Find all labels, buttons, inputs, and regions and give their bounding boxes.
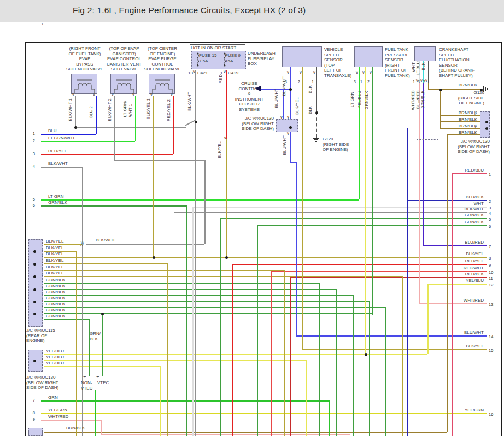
vtec-bracket-icon: ⌣ bbox=[96, 372, 100, 380]
pin-number: 1 bbox=[413, 80, 415, 84]
grn-blk-label: GRN/BLK bbox=[90, 331, 106, 341]
connector-entry-icon: › bbox=[42, 254, 43, 258]
cruise-control-label-line: SYSTEMS bbox=[226, 107, 272, 113]
uc115-row-label: GRN/BLK bbox=[46, 302, 65, 307]
vss-label-line: (TOP bbox=[324, 63, 358, 68]
jc-uc130-mid bbox=[276, 119, 298, 132]
wire-color-label: BLU/WHT bbox=[282, 135, 287, 155]
cruise-control-label-line: INSTRUMENT bbox=[226, 97, 272, 102]
left-row-wire-label: LT GRN/WHT bbox=[48, 135, 75, 140]
wire bbox=[271, 271, 272, 436]
uc115-row-label: BLK/YEL bbox=[46, 270, 63, 275]
wire-color-label: GRN/BLK bbox=[364, 91, 369, 109]
fuse9-label: FUSE 915A bbox=[225, 53, 245, 63]
right-row-wire-label: GRN/BLK bbox=[446, 213, 484, 217]
fuel-tank-sensor-label-line: PRESSURE bbox=[385, 52, 419, 58]
evap-purge-valve-label: (TOP CENTEROF ENGINE)EVAP PURGECONTROLSO… bbox=[137, 46, 187, 72]
right-row-number: 1 bbox=[489, 172, 491, 177]
wire bbox=[41, 141, 135, 142]
vss-label-line: TRANSAXLE) bbox=[324, 73, 358, 79]
g120-mid-label-line: (RIGHT SIDE bbox=[323, 142, 361, 148]
non-vtec-label-line: NON- bbox=[81, 380, 96, 386]
junction-dot bbox=[289, 88, 292, 91]
wire bbox=[41, 167, 82, 168]
right-row-wire-label: WHT bbox=[446, 201, 484, 206]
underdash-box-label-line: BOX bbox=[248, 61, 286, 67]
crank-sensor-label: CRANKSHAFTSPEEDFLUCTUATIONSENSOR(BEHIND … bbox=[439, 47, 482, 79]
vss-label-line: SENSOR bbox=[324, 57, 358, 63]
evap-bypass-valve bbox=[71, 74, 97, 94]
non-vtec-label-line: VTEC bbox=[81, 386, 96, 391]
connector-entry-icon: › bbox=[42, 286, 43, 291]
jc-uc115-label-line: (REAR OF bbox=[26, 333, 65, 339]
wire-color-label: BLK bbox=[421, 62, 426, 70]
connector-entry-icon: › bbox=[42, 304, 43, 309]
junction-dot bbox=[33, 301, 36, 303]
wire bbox=[89, 319, 90, 376]
brnblk-wire-label: BRN/BLK bbox=[453, 130, 477, 135]
right-row-number: 9 bbox=[489, 263, 491, 268]
right-row-wire-label: RED/BLK bbox=[446, 272, 484, 276]
right-row-number: 5 bbox=[489, 217, 491, 222]
connector-entry-icon: ‹ bbox=[474, 112, 476, 117]
jc-uc130-lower-label: J/C %%UC130(BELOW RIGHTSIDE OF DASH) bbox=[26, 375, 69, 391]
left-row-number: 6 bbox=[27, 203, 35, 208]
evap-purge-valve-label-line: EVAP PURGE bbox=[137, 56, 187, 62]
right-row-number: 11 bbox=[489, 276, 493, 281]
wire bbox=[423, 245, 487, 246]
crank-sensor-label-line: (BEHIND CRANK- bbox=[439, 68, 482, 73]
junction-dot bbox=[33, 313, 36, 315]
wire-color-label: BLU/WHT bbox=[274, 89, 279, 108]
fuse15-connector: C421 bbox=[197, 70, 208, 75]
left-row-number: 4 bbox=[27, 164, 35, 169]
wire bbox=[195, 70, 196, 436]
wire bbox=[44, 360, 306, 361]
wire-color-label: BLU 2 bbox=[89, 106, 93, 118]
right-row-wire-label: BLK/YEL bbox=[446, 251, 484, 256]
wire-color-label: BLK/YEL 1 bbox=[146, 98, 151, 119]
left-row-wire-label: GRN bbox=[48, 395, 58, 400]
g120-mid-ground-icon bbox=[313, 138, 319, 139]
jc-uc130-mid-label-line: SIDE OF DASH) bbox=[230, 126, 274, 132]
uc115-row-label: GRN/BLK bbox=[46, 290, 65, 294]
cruise-control-label-line: CLUSTER bbox=[226, 102, 272, 107]
crank-sensor-label-line: SPEED bbox=[439, 52, 482, 58]
right-row-wire-label: BLU/RED bbox=[446, 240, 484, 245]
wire bbox=[160, 366, 161, 436]
crank-sensor-label-line: SHAFT PULLEY) bbox=[439, 73, 482, 79]
connector-entry-icon: › bbox=[42, 292, 43, 297]
pin-connector-icon: ∨ bbox=[150, 92, 153, 97]
wire bbox=[353, 295, 354, 436]
wire bbox=[76, 251, 77, 436]
pin-number: 3 bbox=[285, 80, 287, 84]
connector-entry-icon: ‹ bbox=[474, 131, 476, 136]
uc115-row-label: BLK/YEL bbox=[46, 239, 63, 244]
hot-in-label-line: HOT IN ON OR START bbox=[191, 45, 251, 51]
pin-connector-icon: ∨ bbox=[223, 69, 226, 74]
wire bbox=[402, 276, 403, 436]
wire-color-label: BLK bbox=[308, 85, 313, 93]
left-row-wire-label: LT GRN bbox=[48, 194, 64, 199]
right-row-number: 3 bbox=[489, 205, 491, 210]
wire bbox=[302, 67, 303, 349]
jc-uc115-label: J/C %%UC115(REAR OFENGINE) bbox=[26, 328, 65, 344]
brnblk-wire-label: BRN/BLK bbox=[453, 117, 477, 122]
fuse9-label-line: 15A bbox=[225, 58, 245, 64]
wire-color-label: BLK bbox=[308, 106, 313, 114]
vtec-label-line: VTEC bbox=[97, 380, 113, 386]
wire bbox=[96, 96, 97, 134]
pin-connector-icon: ∨ bbox=[72, 92, 75, 97]
wire bbox=[226, 139, 227, 257]
junction-dot bbox=[485, 127, 488, 130]
brnblk-wire-label: BRN/BLK bbox=[453, 123, 477, 128]
g120-right-label-line: G120 bbox=[441, 90, 484, 96]
left-row-wire-label: RED/YEL bbox=[48, 149, 67, 154]
junction-dot bbox=[195, 121, 197, 123]
right-row-number: 13 bbox=[489, 302, 493, 307]
right-row-number: 8 bbox=[489, 256, 491, 261]
wire-splice-diagonal bbox=[185, 120, 196, 126]
wire bbox=[428, 83, 429, 89]
wire bbox=[41, 413, 487, 414]
uc115-row-label: GRN/BLK bbox=[46, 314, 65, 319]
pin-connector-icon: ∨ bbox=[192, 69, 196, 74]
